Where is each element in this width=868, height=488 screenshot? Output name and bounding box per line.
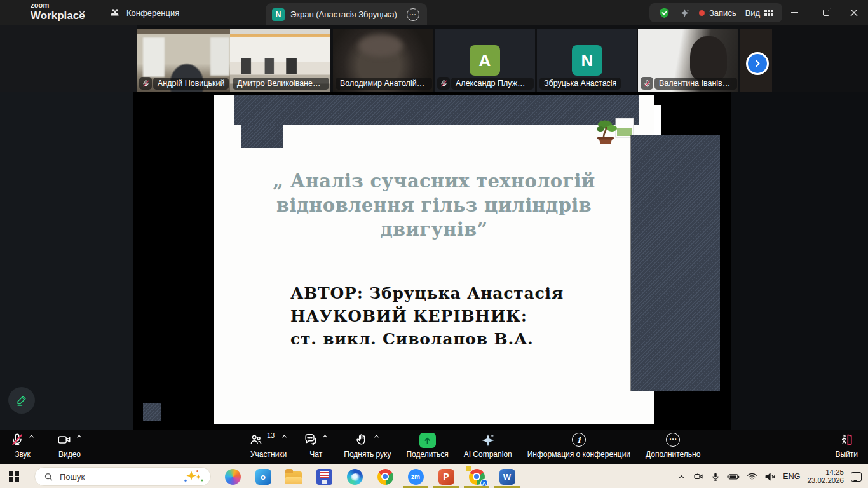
- system-tray: ENG 14:25 23.02.2026: [677, 464, 862, 488]
- tray-camera-icon[interactable]: [693, 471, 704, 482]
- taskbar-chrome[interactable]: [370, 464, 400, 488]
- audio-button[interactable]: Звук: [10, 433, 35, 459]
- ai-companion-button[interactable]: AI Companion: [464, 433, 512, 459]
- tab-screen-share[interactable]: N Экран (Анастасія Збруцька) ⋯: [266, 3, 427, 25]
- chat-button[interactable]: Чат: [303, 433, 329, 459]
- participants-button[interactable]: 13 Участники: [249, 433, 288, 459]
- taskbar-chrome-profile[interactable]: A: [461, 464, 492, 488]
- audio-label: Звук: [15, 450, 31, 459]
- start-button[interactable]: [9, 471, 19, 482]
- tray-mic-icon[interactable]: [711, 471, 720, 482]
- next-participants-button[interactable]: [746, 52, 769, 75]
- brand-workplace: Workplace: [31, 10, 85, 21]
- meeting-info-button[interactable]: i Информация о конференции: [527, 433, 630, 459]
- participant-tile-1[interactable]: Андрій Новицький: [137, 29, 237, 92]
- ai-sparkle-icon[interactable]: [679, 8, 690, 18]
- taskbar-zoom[interactable]: zm: [400, 464, 431, 488]
- titlebar-status-group: Запись Вид: [649, 3, 782, 22]
- tab-options-icon[interactable]: ⋯: [407, 8, 419, 21]
- participants-icon: [249, 433, 263, 447]
- close-button[interactable]: [840, 0, 868, 25]
- more-options-label: Дополнительно: [646, 450, 700, 459]
- tab-meeting[interactable]: Конференция: [109, 4, 179, 22]
- camera-icon: [57, 433, 72, 447]
- tray-wifi-icon[interactable]: [747, 472, 757, 481]
- leave-meeting-button[interactable]: Выйти: [835, 433, 858, 459]
- avatar-letter: А: [470, 45, 500, 76]
- pencil-icon: [15, 394, 28, 407]
- view-button[interactable]: Вид: [745, 8, 774, 18]
- taskbar-file-explorer[interactable]: [278, 464, 309, 488]
- zoom-meeting-window: zoom Workplace Конференция N Экран (Анас…: [0, 0, 868, 488]
- audio-menu-chevron-icon[interactable]: [28, 433, 35, 440]
- view-label: Вид: [745, 8, 761, 18]
- participant-name: Дмитро Великоіваненко: [233, 78, 329, 90]
- minimize-button[interactable]: [780, 0, 808, 25]
- participant-name: Андрій Новицький: [153, 78, 229, 90]
- raise-hand-button[interactable]: Поднять руку: [344, 433, 391, 459]
- slide-decor-tall-rect: [631, 135, 720, 391]
- muted-mic-icon: [437, 77, 450, 90]
- share-up-arrow-icon: [419, 433, 436, 448]
- slide-decor-step: [241, 125, 283, 148]
- meeting-info-label: Информация о конференции: [527, 450, 630, 459]
- tray-language[interactable]: ENG: [783, 472, 800, 481]
- slide-title-line: двигунів”: [214, 217, 654, 241]
- chrome-notch: [466, 466, 471, 471]
- recording-indicator[interactable]: Запись: [699, 8, 736, 18]
- tray-chevron-up-icon[interactable]: [677, 473, 686, 481]
- taskbar-search[interactable]: Пошук: [34, 467, 211, 486]
- participant-tile-2[interactable]: Дмитро Великоіваненко: [230, 29, 330, 92]
- video-menu-chevron-icon[interactable]: [76, 433, 83, 440]
- participant-tile-6[interactable]: Валентина Іванівна ...: [638, 29, 738, 92]
- copilot-sparkles-icon: [182, 469, 204, 484]
- raise-hand-menu-chevron-icon[interactable]: [373, 433, 380, 440]
- taskbar-powerpoint[interactable]: P: [431, 464, 461, 488]
- titlebar: zoom Workplace Конференция N Экран (Анас…: [0, 0, 868, 25]
- notification-center-icon[interactable]: [851, 472, 862, 482]
- taskbar-outlook[interactable]: o: [248, 464, 278, 488]
- zoom-workplace-logo: zoom Workplace: [31, 2, 85, 21]
- participant-tile-4[interactable]: А Александр Плужников: [435, 29, 535, 92]
- participant-tile-5-active-speaker[interactable]: N Збруцька Анастасія: [537, 29, 637, 92]
- muted-mic-icon: [10, 433, 24, 447]
- video-button[interactable]: Видео: [57, 433, 83, 459]
- participants-menu-chevron-icon[interactable]: [281, 433, 288, 440]
- share-screen-button[interactable]: Поделиться: [406, 433, 448, 459]
- taskbar-edge[interactable]: [339, 464, 370, 488]
- annotate-button[interactable]: [8, 387, 35, 414]
- tray-clock[interactable]: 14:25 23.02.2026: [807, 468, 844, 485]
- tray-date: 23.02.2026: [807, 477, 844, 485]
- participants-label: Участники: [250, 450, 287, 459]
- share-screen-label: Поделиться: [406, 450, 448, 459]
- security-shield-icon[interactable]: [658, 7, 670, 19]
- video-strip: Андрій Новицький Дмитро Великоіваненко В…: [0, 25, 868, 92]
- zoom-app-icon: zm: [408, 469, 424, 485]
- raise-hand-label: Поднять руку: [344, 450, 391, 459]
- file-explorer-icon: [285, 471, 302, 484]
- taskbar-word[interactable]: W: [492, 464, 522, 488]
- chrome-icon: [377, 469, 393, 485]
- taskbar-apps: o zm P A W: [217, 464, 522, 488]
- shared-screen: „ Аналіз сучасних технологій відновлення…: [133, 92, 731, 430]
- taskbar-copilot[interactable]: [217, 464, 248, 488]
- participant-tile-3[interactable]: Володимир Анатолійов...: [333, 29, 433, 92]
- taskbar-save-app[interactable]: [309, 464, 339, 488]
- slide-decor-small-square: [143, 403, 161, 421]
- more-options-button[interactable]: ⋯ Дополнительно: [646, 433, 700, 459]
- chevron-down-icon[interactable]: [78, 8, 86, 17]
- stage-right-gap: [731, 92, 868, 430]
- screen-tab-label: Экран (Анастасія Збруцька): [290, 10, 397, 19]
- restore-button[interactable]: [812, 0, 840, 25]
- tray-battery-icon[interactable]: [727, 472, 740, 481]
- ellipsis-icon: ⋯: [666, 433, 680, 447]
- outlook-icon: o: [255, 469, 271, 485]
- meeting-people-icon: [109, 7, 121, 18]
- slide-title: „ Аналіз сучасних технологій відновлення…: [214, 169, 654, 241]
- chat-menu-chevron-icon[interactable]: [322, 433, 329, 440]
- raise-hand-icon: [355, 433, 369, 447]
- tray-volume-muted-icon[interactable]: [764, 472, 776, 482]
- muted-mic-icon: [641, 77, 653, 90]
- record-dot-icon: [699, 10, 705, 16]
- brand-zoom: zoom: [31, 2, 85, 9]
